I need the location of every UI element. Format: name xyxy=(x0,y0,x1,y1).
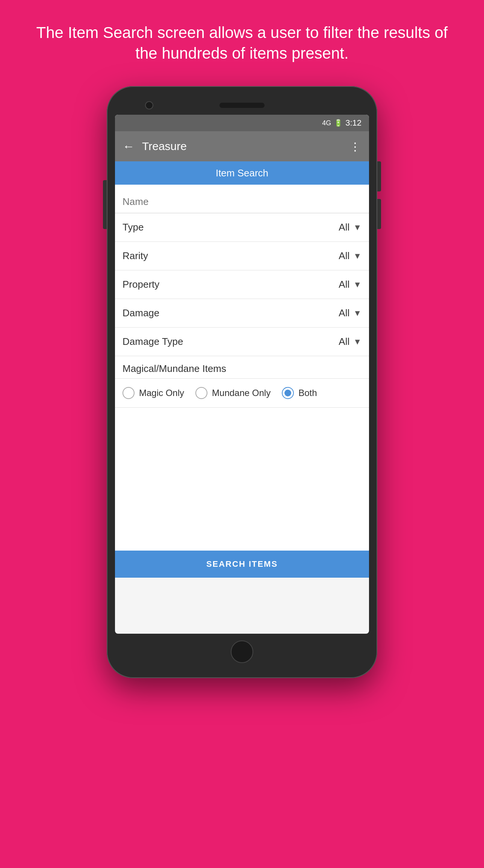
damage-type-dropdown-icon[interactable]: ▼ xyxy=(353,337,361,347)
volume-up-button[interactable] xyxy=(377,161,381,191)
phone-top-bar xyxy=(115,97,369,115)
damage-dropdown-icon[interactable]: ▼ xyxy=(353,308,361,318)
form-spacer xyxy=(115,408,369,551)
search-form: Type All ▼ Rarity All ▼ Property All ▼ xyxy=(115,185,369,578)
damage-value: All xyxy=(339,307,349,319)
phone-device: 4G 🔋 3:12 ← Treasure ⋮ Item Search xyxy=(107,86,377,678)
damage-type-label: Damage Type xyxy=(123,336,339,348)
magical-section-label: Magical/Mundane Items xyxy=(115,356,369,379)
status-icons: 4G 🔋 3:12 xyxy=(322,118,361,128)
search-items-label: SEARCH ITEMS xyxy=(206,559,278,569)
overflow-menu-button[interactable]: ⋮ xyxy=(349,140,361,153)
magic-only-label: Magic Only xyxy=(139,388,184,398)
type-label: Type xyxy=(123,222,339,233)
damage-type-filter-row: Damage Type All ▼ xyxy=(115,328,369,356)
rarity-dropdown-icon[interactable]: ▼ xyxy=(353,251,361,261)
property-dropdown-icon[interactable]: ▼ xyxy=(353,280,361,290)
damage-label: Damage xyxy=(123,307,339,319)
damage-filter-row: Damage All ▼ xyxy=(115,299,369,328)
mundane-only-label: Mundane Only xyxy=(212,388,271,398)
phone-bottom-bar xyxy=(115,634,369,667)
back-button[interactable]: ← xyxy=(123,140,135,153)
search-items-button[interactable]: SEARCH ITEMS xyxy=(115,551,369,578)
clock: 3:12 xyxy=(345,118,361,128)
home-button[interactable] xyxy=(231,640,253,663)
property-label: Property xyxy=(123,279,339,290)
rarity-filter-row: Rarity All ▼ xyxy=(115,242,369,270)
type-filter-row: Type All ▼ xyxy=(115,213,369,242)
power-button[interactable] xyxy=(103,180,107,229)
battery-icon: 🔋 xyxy=(334,119,342,127)
item-search-header: Item Search xyxy=(115,161,369,185)
rarity-value: All xyxy=(339,250,349,262)
front-camera xyxy=(145,101,153,109)
both-option[interactable]: Both xyxy=(282,387,317,399)
type-value: All xyxy=(339,222,349,233)
both-radio-fill xyxy=(284,390,291,396)
signal-icon: 4G xyxy=(322,119,331,127)
both-radio[interactable] xyxy=(282,387,294,399)
name-input[interactable] xyxy=(123,192,361,213)
magic-only-radio[interactable] xyxy=(123,387,135,399)
damage-type-value: All xyxy=(339,336,349,348)
type-dropdown-icon[interactable]: ▼ xyxy=(353,223,361,232)
mundane-only-radio[interactable] xyxy=(195,387,207,399)
property-filter-row: Property All ▼ xyxy=(115,270,369,299)
app-title: Treasure xyxy=(142,140,349,153)
rarity-label: Rarity xyxy=(123,250,339,262)
description-text: The Item Search screen allows a user to … xyxy=(0,0,484,79)
name-field-wrapper xyxy=(115,185,369,213)
phone-screen: 4G 🔋 3:12 ← Treasure ⋮ Item Search xyxy=(115,115,369,634)
magic-only-option[interactable]: Magic Only xyxy=(123,387,184,399)
app-bar: ← Treasure ⋮ xyxy=(115,131,369,161)
status-bar: 4G 🔋 3:12 xyxy=(115,115,369,131)
mundane-only-option[interactable]: Mundane Only xyxy=(195,387,271,399)
magical-radio-group: Magic Only Mundane Only Both xyxy=(115,379,369,408)
both-label: Both xyxy=(298,388,317,398)
volume-down-button[interactable] xyxy=(377,199,381,229)
item-search-title: Item Search xyxy=(216,167,268,179)
phone-speaker xyxy=(219,103,265,108)
property-value: All xyxy=(339,279,349,290)
